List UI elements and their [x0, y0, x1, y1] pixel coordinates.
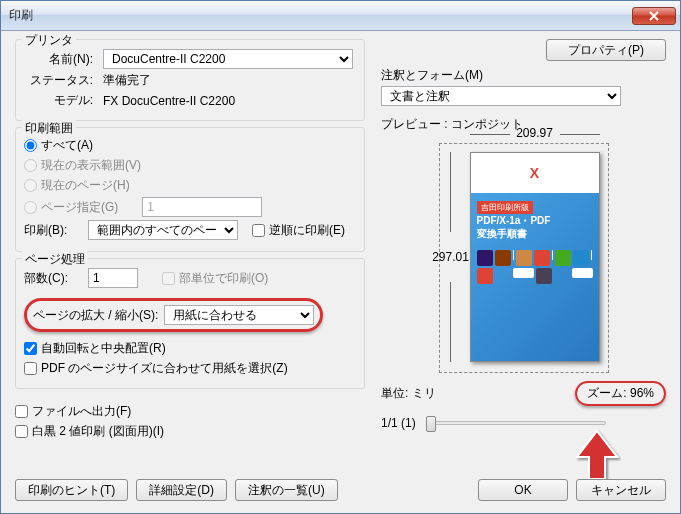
- autorotate-check[interactable]: 自動回転と中央配置(R): [24, 340, 166, 357]
- name-label: 名前(N):: [24, 51, 99, 68]
- units-label: 単位: ミリ: [381, 385, 436, 402]
- properties-button[interactable]: プロパティ(P): [546, 39, 666, 61]
- logo-icon: X: [530, 165, 539, 181]
- model-value: FX DocuCentre-II C2200: [103, 94, 235, 108]
- preview-page: X 吉田印刷所版 PDF/X-1a・PDF 変換手順書: [470, 152, 600, 362]
- zoom-highlight: ズーム: 96%: [575, 381, 666, 406]
- printer-legend: プリンタ: [22, 32, 76, 49]
- ok-button[interactable]: OK: [478, 479, 568, 501]
- preview-box: 209.97 297.01 X 吉田印刷所版 PDF/X-1a・PDF 変換手順…: [439, 143, 609, 373]
- bw-check[interactable]: 白黒 2 値印刷 (図面用)(I): [15, 423, 164, 440]
- range-pages[interactable]: ページ指定(G): [24, 199, 118, 216]
- handling-group: ページ処理 部数(C): 部単位で印刷(O) ページの拡大 / 縮小(S): 用…: [15, 258, 365, 389]
- range-legend: 印刷範囲: [22, 120, 76, 137]
- subset-select[interactable]: 範囲内のすべてのページ: [88, 220, 238, 240]
- printer-group: プリンタ 名前(N): DocuCentre-II C2200 ステータス: 準…: [15, 39, 365, 121]
- comments-select[interactable]: 文書と注釈: [381, 86, 621, 106]
- scaling-select[interactable]: 用紙に合わせる: [164, 305, 314, 325]
- range-view[interactable]: 現在の表示範囲(V): [24, 157, 141, 174]
- preview-width: 209.97: [516, 126, 553, 140]
- page-info: 1/1 (1): [381, 416, 416, 430]
- status-label: ステータス:: [24, 72, 99, 89]
- close-button[interactable]: [632, 7, 676, 25]
- range-group: 印刷範囲 すべて(A) 現在の表示範囲(V) 現在のページ(H) ページ指定(G…: [15, 127, 365, 252]
- titlebar: 印刷: [1, 1, 680, 31]
- handling-legend: ページ処理: [22, 251, 88, 268]
- comments-label: 注釈とフォーム(M): [381, 67, 666, 84]
- summarize-button[interactable]: 注釈の一覧(U): [235, 479, 338, 501]
- choosepaper-check[interactable]: PDF のページサイズに合わせて用紙を選択(Z): [24, 360, 288, 377]
- reverse-check[interactable]: 逆順に印刷(E): [252, 222, 345, 239]
- subset-label: 印刷(B):: [24, 222, 84, 239]
- zoom-value: ズーム: 96%: [587, 386, 654, 400]
- status-value: 準備完了: [103, 72, 151, 89]
- window-title: 印刷: [5, 7, 632, 24]
- copies-input[interactable]: [88, 268, 138, 288]
- collate-check[interactable]: 部単位で印刷(O): [162, 270, 268, 287]
- advanced-button[interactable]: 詳細設定(D): [136, 479, 227, 501]
- file-output-check[interactable]: ファイルへ出力(F): [15, 403, 131, 420]
- scaling-label: ページの拡大 / 縮小(S):: [33, 307, 158, 324]
- model-label: モデル:: [24, 92, 99, 109]
- printer-name-select[interactable]: DocuCentre-II C2200: [103, 49, 353, 69]
- range-current[interactable]: 現在のページ(H): [24, 177, 130, 194]
- scaling-highlight: ページの拡大 / 縮小(S): 用紙に合わせる: [24, 298, 323, 332]
- preview-height: 297.01: [432, 250, 469, 264]
- range-all[interactable]: すべて(A): [24, 137, 93, 154]
- close-icon: [649, 11, 659, 21]
- cancel-button[interactable]: キャンセル: [576, 479, 666, 501]
- hint-button[interactable]: 印刷のヒント(T): [15, 479, 128, 501]
- preview-app-icons: [477, 250, 593, 284]
- print-dialog: 印刷 プリンタ 名前(N): DocuCentre-II C2200 ステータス…: [0, 0, 681, 514]
- pages-input[interactable]: [142, 197, 262, 217]
- copies-label: 部数(C):: [24, 270, 84, 287]
